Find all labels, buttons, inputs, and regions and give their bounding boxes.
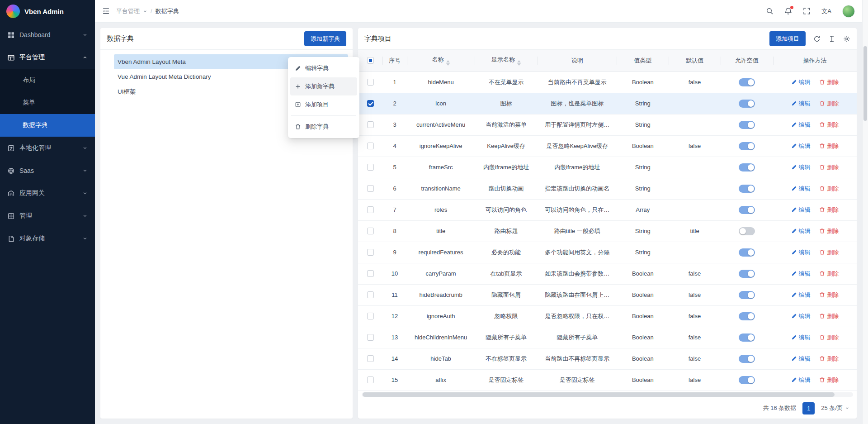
- delete-button[interactable]: 删除: [819, 227, 839, 235]
- app-logo[interactable]: Vben Admin: [0, 0, 95, 23]
- edit-button[interactable]: 编辑: [791, 185, 811, 193]
- delete-button[interactable]: 删除: [819, 291, 839, 299]
- context-menu-edit-dictionary[interactable]: 编辑字典: [290, 59, 357, 77]
- allow-empty-toggle[interactable]: [739, 142, 755, 150]
- row-height-icon[interactable]: [828, 35, 835, 43]
- delete-button[interactable]: 删除: [819, 100, 839, 108]
- translate-icon[interactable]: 文A: [821, 7, 831, 15]
- allow-empty-toggle[interactable]: [739, 100, 755, 108]
- row-checkbox[interactable]: [367, 121, 374, 128]
- allow-empty-toggle[interactable]: [739, 227, 755, 235]
- context-menu-add-dictionary[interactable]: 添加新字典: [290, 77, 357, 95]
- row-checkbox[interactable]: [367, 291, 374, 298]
- row-checkbox[interactable]: [367, 376, 374, 383]
- row-checkbox[interactable]: [367, 185, 374, 192]
- notifications-bell-icon[interactable]: [784, 7, 792, 15]
- delete-button[interactable]: 删除: [819, 333, 839, 342]
- edit-button[interactable]: 编辑: [791, 163, 811, 172]
- allow-empty-toggle[interactable]: [739, 185, 755, 193]
- edit-button[interactable]: 编辑: [791, 227, 811, 235]
- add-item-button[interactable]: 添加项目: [769, 31, 806, 46]
- object-storage-icon: [7, 235, 15, 243]
- sidebar-item-object-storage[interactable]: 对象存储: [0, 227, 95, 250]
- row-checkbox[interactable]: [367, 206, 374, 213]
- delete-button[interactable]: 删除: [819, 270, 839, 278]
- allow-empty-toggle[interactable]: [739, 78, 755, 86]
- context-menu-add-item[interactable]: 添加项目: [290, 95, 357, 114]
- delete-button[interactable]: 删除: [819, 355, 839, 363]
- allow-empty-toggle[interactable]: [739, 270, 755, 278]
- vertical-scrollbar[interactable]: [862, 0, 868, 424]
- page-size-select[interactable]: 25 条/页: [821, 404, 849, 412]
- sort-icon[interactable]: [517, 60, 521, 66]
- row-checkbox[interactable]: [367, 79, 374, 86]
- breadcrumb-item[interactable]: 平台管理: [116, 7, 140, 15]
- delete-button[interactable]: 删除: [819, 312, 839, 320]
- row-checkbox[interactable]: [367, 270, 374, 277]
- allow-empty-toggle[interactable]: [739, 163, 755, 172]
- allow-empty-toggle[interactable]: [739, 291, 755, 299]
- row-checkbox[interactable]: [367, 100, 374, 107]
- sidebar-item-localization[interactable]: 本地化管理: [0, 137, 95, 159]
- edit-button[interactable]: 编辑: [791, 376, 811, 384]
- edit-button[interactable]: 编辑: [791, 206, 811, 214]
- delete-button[interactable]: 删除: [819, 376, 839, 384]
- delete-button[interactable]: 删除: [819, 206, 839, 214]
- context-menu-delete-dictionary[interactable]: 删除字典: [290, 118, 357, 136]
- sort-icon[interactable]: [446, 60, 450, 66]
- vertical-scrollbar-thumb[interactable]: [863, 46, 867, 121]
- edit-button[interactable]: 编辑: [791, 100, 811, 108]
- delete-button[interactable]: 删除: [819, 185, 839, 193]
- refresh-icon[interactable]: [813, 35, 821, 43]
- sidebar-item-management[interactable]: 管理: [0, 205, 95, 227]
- edit-button[interactable]: 编辑: [791, 291, 811, 299]
- horizontal-scrollbar-thumb[interactable]: [363, 392, 835, 397]
- delete-button[interactable]: 删除: [819, 78, 839, 86]
- sidebar-item-saas[interactable]: Saas: [0, 159, 95, 182]
- sidebar-item-layout[interactable]: 布局: [0, 69, 95, 91]
- horizontal-scrollbar[interactable]: [362, 392, 853, 397]
- edit-button[interactable]: 编辑: [791, 248, 811, 257]
- row-checkbox[interactable]: [367, 249, 374, 256]
- allow-empty-toggle[interactable]: [739, 121, 755, 129]
- sidebar-item-data-dictionary[interactable]: 数据字典: [0, 114, 95, 137]
- allow-empty-toggle[interactable]: [739, 248, 755, 257]
- edit-button[interactable]: 编辑: [791, 78, 811, 86]
- search-icon[interactable]: [766, 7, 774, 15]
- row-checkbox[interactable]: [367, 355, 374, 362]
- allow-empty-toggle[interactable]: [739, 376, 755, 384]
- row-checkbox[interactable]: [367, 313, 374, 319]
- fullscreen-icon[interactable]: [803, 7, 811, 15]
- collapse-sidebar-icon[interactable]: [102, 7, 110, 15]
- table-settings-gear-icon[interactable]: [843, 35, 850, 43]
- edit-button[interactable]: 编辑: [791, 312, 811, 320]
- allow-empty-toggle[interactable]: [739, 206, 755, 214]
- edit-button[interactable]: 编辑: [791, 121, 811, 129]
- sidebar-item-menu[interactable]: 菜单: [0, 91, 95, 114]
- delete-button[interactable]: 删除: [819, 121, 839, 129]
- allow-empty-toggle[interactable]: [739, 333, 755, 342]
- row-checkbox[interactable]: [367, 334, 374, 341]
- trash-icon: [819, 313, 825, 319]
- add-dictionary-button[interactable]: 添加新字典: [304, 31, 346, 46]
- allow-empty-toggle[interactable]: [739, 312, 755, 320]
- row-checkbox[interactable]: [367, 143, 374, 149]
- edit-button[interactable]: 编辑: [791, 270, 811, 278]
- row-checkbox[interactable]: [367, 228, 374, 234]
- row-checkbox[interactable]: [367, 164, 374, 171]
- edit-button[interactable]: 编辑: [791, 355, 811, 363]
- edit-button[interactable]: 编辑: [791, 333, 811, 342]
- allow-empty-toggle[interactable]: [739, 355, 755, 363]
- select-all-checkbox[interactable]: [367, 57, 374, 64]
- sidebar-item-gateway[interactable]: 应用网关: [0, 182, 95, 205]
- edit-button[interactable]: 编辑: [791, 142, 811, 150]
- delete-button[interactable]: 删除: [819, 248, 839, 257]
- column-header: 默认值: [686, 57, 703, 64]
- delete-button[interactable]: 删除: [819, 163, 839, 172]
- sidebar-item-dashboard[interactable]: Dashboard: [0, 24, 95, 46]
- delete-button[interactable]: 删除: [819, 142, 839, 150]
- sidebar-item-platform[interactable]: 平台管理: [0, 46, 95, 69]
- sidebar: Vben Admin Dashboard 平台管理 布局 菜单 数据字典 本地化…: [0, 0, 95, 424]
- page-number-button[interactable]: 1: [802, 402, 815, 414]
- user-avatar[interactable]: [842, 5, 855, 18]
